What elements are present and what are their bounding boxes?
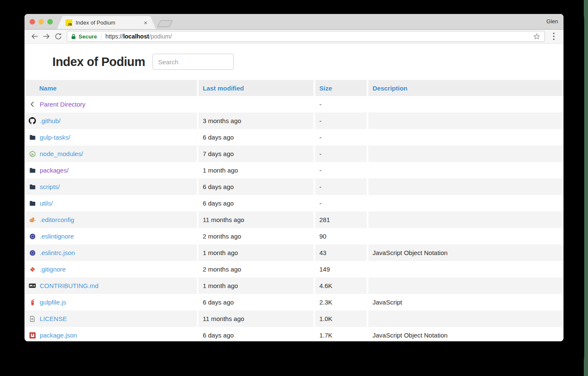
- omnibox-divider: [101, 33, 101, 40]
- size-cell: 1.7K: [315, 327, 367, 341]
- star-icon: [533, 33, 541, 41]
- node-icon: js: [29, 150, 36, 157]
- file-name-cell: scripts/: [25, 178, 197, 195]
- folder-icon: [29, 183, 36, 190]
- back-button[interactable]: [29, 30, 41, 42]
- size-cell: 4.6K: [315, 277, 367, 294]
- size-cell: -: [315, 162, 367, 178]
- column-header-description[interactable]: Description: [368, 80, 564, 96]
- description-cell: [368, 261, 564, 277]
- file-name-cell: .editorconfig: [25, 211, 197, 228]
- tab-title: Index of Podium: [76, 19, 140, 26]
- table-row: .gitignore 2 months ago 149: [25, 261, 564, 277]
- license-icon: [29, 315, 36, 322]
- size-cell: 1.0K: [315, 310, 367, 327]
- table-row: .editorconfig 11 months ago 281: [25, 211, 564, 228]
- description-cell: [368, 277, 564, 294]
- description-cell: JavaScript Object Notation: [368, 327, 564, 341]
- file-link[interactable]: gulp-tasks/: [40, 134, 71, 141]
- description-cell: [368, 211, 564, 228]
- file-link[interactable]: .editorconfig: [40, 216, 74, 223]
- browser-tab[interactable]: JS Index of Podium ×: [57, 16, 156, 29]
- file-link[interactable]: .gitignore: [40, 266, 66, 273]
- search-input[interactable]: [152, 54, 234, 70]
- table-row: js node_modules/ 7 days ago -: [25, 145, 564, 162]
- file-link[interactable]: LICENSE: [40, 315, 67, 322]
- url-text[interactable]: https://localhost/podium/: [105, 33, 172, 40]
- file-link[interactable]: packages/: [40, 167, 68, 174]
- description-cell: [368, 162, 564, 178]
- last-modified-cell: 1 month ago: [199, 277, 313, 294]
- size-cell: -: [315, 145, 367, 162]
- bookmark-star-button[interactable]: [533, 33, 541, 41]
- forward-button[interactable]: [41, 30, 52, 42]
- last-modified-cell: 6 days ago: [199, 129, 313, 145]
- table-row: Parent Directory -: [25, 96, 564, 113]
- last-modified-cell: 2 months ago: [199, 228, 313, 244]
- file-name-cell: utils/: [25, 195, 197, 211]
- reload-button[interactable]: [52, 30, 64, 42]
- description-cell: [368, 145, 564, 162]
- column-header-size[interactable]: Size: [315, 80, 367, 96]
- file-name-cell: gulp-tasks/: [25, 129, 197, 145]
- file-name-cell: .github/: [25, 113, 197, 129]
- minimize-window-button[interactable]: [38, 19, 44, 25]
- file-name-cell: .eslintignore: [25, 228, 197, 244]
- last-modified-cell: 1 month ago: [199, 162, 313, 178]
- last-modified-cell: 6 days ago: [199, 195, 313, 211]
- description-cell: [368, 228, 564, 244]
- file-link[interactable]: .eslintignore: [40, 233, 74, 240]
- url-host: localhost: [123, 33, 149, 40]
- last-modified-cell: 7 days ago: [199, 145, 313, 162]
- file-name-cell: .gitignore: [25, 261, 197, 277]
- last-modified-cell: 2 months ago: [199, 261, 313, 277]
- tab-close-icon[interactable]: ×: [144, 19, 147, 26]
- reload-icon: [54, 32, 63, 41]
- file-link[interactable]: CONTRIBUTING.md: [40, 282, 98, 289]
- last-modified-cell: 3 months ago: [199, 113, 313, 129]
- table-row: CONTRIBUTING.md 1 month ago 4.6K: [25, 277, 564, 294]
- browser-toolbar: Secure https://localhost/podium/: [24, 30, 564, 44]
- table-body: Parent Directory - .github/ 3 months ago…: [25, 96, 564, 341]
- address-bar[interactable]: Secure https://localhost/podium/: [67, 31, 545, 42]
- file-link[interactable]: .github/: [40, 117, 60, 124]
- browser-menu-button[interactable]: [548, 30, 559, 42]
- traffic-lights: [30, 19, 53, 25]
- file-link[interactable]: node_modules/: [40, 150, 83, 157]
- file-link[interactable]: utils/: [40, 200, 53, 207]
- file-link[interactable]: .eslintrc.json: [40, 249, 75, 256]
- description-cell: [368, 96, 564, 113]
- secure-lock-icon: [71, 33, 76, 40]
- size-cell: -: [315, 178, 367, 195]
- npm-icon: [29, 332, 36, 339]
- url-scheme: https://: [105, 33, 123, 40]
- close-window-button[interactable]: [30, 19, 35, 25]
- file-link[interactable]: package.json: [40, 332, 77, 339]
- table-row: gulp-tasks/ 6 days ago -: [25, 129, 564, 145]
- new-tab-button[interactable]: [157, 20, 173, 27]
- github-icon: [29, 117, 36, 124]
- size-cell: -: [315, 195, 367, 211]
- column-header-last-modified[interactable]: Last modified: [199, 80, 313, 96]
- file-name-cell: packages/: [25, 162, 197, 178]
- chevron-left-icon: [29, 101, 36, 108]
- last-modified-cell: 11 months ago: [199, 310, 313, 327]
- description-cell: [368, 178, 564, 195]
- file-link[interactable]: Parent Directory: [40, 101, 85, 108]
- file-name-cell: package.json: [25, 327, 197, 341]
- size-cell: 2.3K: [315, 294, 367, 310]
- file-link[interactable]: gulpfile.js: [40, 299, 66, 306]
- browser-profile-name[interactable]: Glen: [547, 18, 558, 25]
- column-header-name[interactable]: Name: [25, 80, 197, 96]
- file-name-cell: CONTRIBUTING.md: [25, 277, 197, 294]
- zoom-window-button[interactable]: [47, 19, 53, 25]
- file-link[interactable]: scripts/: [40, 183, 60, 190]
- folder-icon: [29, 167, 36, 174]
- markdown-icon: [29, 282, 36, 289]
- size-cell: 281: [315, 211, 367, 228]
- last-modified-cell: 6 days ago: [199, 178, 313, 195]
- description-cell: [368, 195, 564, 211]
- file-name-cell: js node_modules/: [25, 145, 197, 162]
- description-cell: [368, 113, 564, 129]
- table-row: packages/ 1 month ago -: [25, 162, 564, 178]
